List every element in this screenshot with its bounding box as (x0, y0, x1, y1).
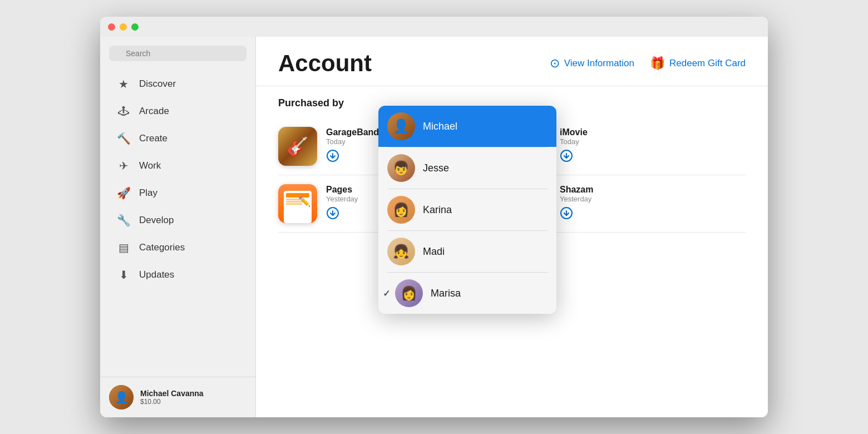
dropdown-item-jesse[interactable]: 👦 Jesse (378, 147, 556, 189)
imovie-name: iMovie (560, 127, 746, 137)
minimize-button[interactable] (120, 23, 127, 31)
user-info: Michael Cavanna $10.00 (140, 389, 204, 406)
titlebar (100, 17, 768, 37)
sidebar-item-play[interactable]: 🚀 Play (105, 180, 251, 206)
sidebar-item-create[interactable]: 🔨 Create (105, 125, 251, 152)
categories-icon: ▤ (116, 240, 131, 255)
nav-items: ★ Discover 🕹 Arcade 🔨 Create ✈ Work 🚀 Pl… (100, 68, 255, 377)
karina-avatar: 👩 (387, 196, 415, 224)
user-avatar-face: 👤 (109, 385, 134, 410)
shazam-date: Yesterday (560, 195, 746, 203)
sidebar-item-label: Create (139, 133, 167, 144)
madi-avatar: 👧 (387, 238, 415, 265)
page-title: Account (278, 50, 372, 77)
marisa-avatar: 👩 (395, 279, 423, 307)
sidebar-item-label: Updates (139, 269, 174, 280)
shazam-download-button[interactable] (560, 206, 746, 223)
sidebar-item-work[interactable]: ✈ Work (105, 152, 251, 179)
view-info-icon: ⊙ (550, 56, 560, 71)
dropdown-item-karina[interactable]: 👩 Karina (378, 189, 556, 230)
discover-icon: ★ (116, 76, 131, 92)
redeem-gift-card-button[interactable]: 🎁 Redeem Gift Card (650, 56, 746, 71)
pages-icon-graphic: ✏️ (278, 184, 317, 223)
jesse-avatar: 👦 (387, 154, 415, 182)
search-wrapper: 🔍 (109, 46, 246, 61)
app-window: 🔍 ★ Discover 🕹 Arcade 🔨 Create ✈ (100, 17, 768, 417)
shazam-details: Shazam Yesterday (560, 185, 746, 223)
main-content-area: Account ⊙ View Information 🎁 Redeem Gift… (256, 17, 768, 417)
dropdown-item-marisa[interactable]: ✓ 👩 Marisa (378, 273, 556, 314)
imovie-download-button[interactable] (560, 149, 746, 165)
user-dropdown: 👤 Michael 👦 Jesse 👩 Karina 👧 Madi (378, 106, 556, 314)
dropdown-item-madi[interactable]: 👧 Madi (378, 231, 556, 272)
jesse-name: Jesse (423, 162, 449, 174)
sidebar-item-label: Work (139, 160, 161, 171)
user-profile[interactable]: 👤 Michael Cavanna $10.00 (100, 377, 255, 417)
create-icon: 🔨 (116, 131, 131, 146)
dropdown-item-michael[interactable]: 👤 Michael (378, 106, 556, 147)
imovie-date: Today (560, 137, 746, 146)
header-actions: ⊙ View Information 🎁 Redeem Gift Card (550, 56, 746, 71)
redeem-gift-card-label: Redeem Gift Card (669, 58, 746, 69)
marisa-checkmark: ✓ (383, 288, 390, 299)
marisa-name: Marisa (431, 288, 461, 299)
michael-name: Michael (423, 121, 457, 132)
gift-card-icon: 🎁 (650, 56, 665, 71)
view-information-button[interactable]: ⊙ View Information (550, 56, 634, 71)
user-name: Michael Cavanna (140, 389, 204, 398)
garageband-icon: 🎸 (278, 127, 317, 166)
imovie-details: iMovie Today (560, 127, 746, 165)
madi-name: Madi (423, 246, 445, 258)
pages-icon: ✏️ (278, 184, 317, 223)
avatar: 👤 (109, 385, 134, 410)
michael-avatar: 👤 (387, 112, 415, 140)
work-icon: ✈ (116, 158, 131, 174)
sidebar-item-label: Play (139, 188, 157, 199)
sidebar-item-label: Develop (139, 215, 174, 226)
sidebar-item-arcade[interactable]: 🕹 Arcade (105, 98, 251, 125)
sidebar: 🔍 ★ Discover 🕹 Arcade 🔨 Create ✈ (100, 17, 256, 417)
garageband-icon-graphic: 🎸 (278, 127, 317, 166)
sidebar-item-develop[interactable]: 🔧 Develop (105, 207, 251, 234)
updates-icon: ⬇ (116, 267, 131, 283)
arcade-icon: 🕹 (116, 103, 131, 119)
play-icon: 🚀 (116, 185, 131, 201)
sidebar-item-label: Categories (139, 242, 185, 253)
shazam-name: Shazam (560, 185, 746, 195)
view-information-label: View Information (564, 58, 634, 69)
develop-icon: 🔧 (116, 213, 131, 228)
main-header: Account ⊙ View Information 🎁 Redeem Gift… (256, 37, 768, 86)
sidebar-item-label: Discover (139, 78, 176, 90)
search-input[interactable] (109, 46, 246, 61)
close-button[interactable] (108, 23, 115, 31)
search-container: 🔍 (100, 37, 255, 68)
sidebar-item-discover[interactable]: ★ Discover (105, 71, 251, 97)
user-balance: $10.00 (140, 398, 204, 406)
sidebar-item-updates[interactable]: ⬇ Updates (105, 262, 251, 288)
sidebar-item-categories[interactable]: ▤ Categories (105, 234, 251, 261)
maximize-button[interactable] (131, 23, 139, 31)
sidebar-item-label: Arcade (139, 106, 169, 117)
karina-name: Karina (423, 204, 452, 216)
